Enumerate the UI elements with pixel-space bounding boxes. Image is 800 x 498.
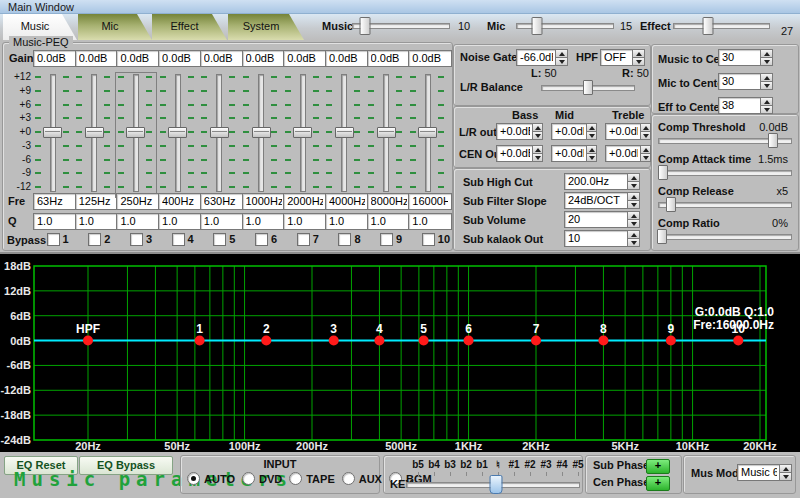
hpf-spinner[interactable]	[632, 49, 645, 66]
eq-band-10-bypass-checkbox[interactable]	[422, 233, 435, 246]
input-option-tape[interactable]: TAPE	[289, 472, 335, 485]
eq-band-7-bypass-checkbox[interactable]	[297, 233, 310, 246]
hpf-input[interactable]	[600, 49, 634, 66]
eq-band-1-bypass-checkbox[interactable]	[47, 233, 60, 246]
cen-out-bass-spinner[interactable]	[532, 145, 543, 162]
lr-balance-thumb[interactable]	[583, 80, 593, 95]
eq-band-5-freq-input[interactable]	[200, 193, 244, 210]
mic-to-center-input[interactable]	[718, 73, 762, 90]
mic-volume-thumb[interactable]	[532, 17, 543, 35]
radio-icon[interactable]	[242, 472, 255, 485]
eq-band-10-gain-input[interactable]	[408, 50, 452, 67]
eq-band-8-gain-input[interactable]	[325, 50, 369, 67]
eq-band-1-thumb[interactable]	[43, 127, 62, 138]
cen-out-mid-input[interactable]	[551, 145, 588, 162]
eq-band-6-bypass-checkbox[interactable]	[255, 233, 268, 246]
comp-release-thumb[interactable]	[666, 197, 676, 212]
eq-band-6-q-input[interactable]	[242, 213, 286, 230]
eq-band-1-q-input[interactable]	[33, 213, 77, 230]
comp-ratio-slider[interactable]	[658, 234, 792, 240]
eq-band-9-gain-input[interactable]	[367, 50, 411, 67]
eq-band-10-freq-input[interactable]	[408, 193, 452, 210]
radio-icon[interactable]	[342, 472, 355, 485]
sub-high-cut-spinner[interactable]	[627, 173, 640, 190]
lr-out-bass-input[interactable]	[496, 123, 534, 140]
eq-band-8-bypass-checkbox[interactable]	[338, 233, 351, 246]
cen-phase-button[interactable]: +	[646, 476, 670, 491]
eq-band-4-bypass-checkbox[interactable]	[172, 233, 185, 246]
radio-icon[interactable]	[187, 472, 200, 485]
music-to-center-spinner[interactable]	[760, 49, 773, 66]
eq-band-3-freq-input[interactable]	[116, 193, 160, 210]
eq-band-7-gain-input[interactable]	[283, 50, 327, 67]
eq-band-7-q-input[interactable]	[283, 213, 327, 230]
eq-band-3-gain-input[interactable]	[116, 50, 160, 67]
mic-to-center-spinner[interactable]	[760, 73, 773, 90]
lr-out-mid-spinner[interactable]	[586, 123, 597, 140]
lr-out-bass-spinner[interactable]	[532, 123, 543, 140]
music-to-center-input[interactable]	[718, 49, 762, 66]
sub-volume-spinner[interactable]	[627, 211, 640, 228]
eq-band-2-thumb[interactable]	[85, 127, 104, 138]
eq-band-10-thumb[interactable]	[418, 127, 437, 138]
eq-band-2-bypass-checkbox[interactable]	[88, 233, 101, 246]
eq-band-2-q-input[interactable]	[75, 213, 119, 230]
comp-release-slider[interactable]	[658, 202, 792, 208]
eq-band-5-bypass-checkbox[interactable]	[213, 233, 226, 246]
eq-band-4-gain-input[interactable]	[158, 50, 202, 67]
comp-threshold-thumb[interactable]	[768, 133, 778, 148]
tab-mic[interactable]: Mic	[78, 14, 152, 40]
eq-band-2-freq-input[interactable]	[75, 193, 119, 210]
cen-out-treble-spinner[interactable]	[640, 145, 651, 162]
eq-band-1-gain-input[interactable]	[33, 50, 77, 67]
eq-band-8-q-input[interactable]	[325, 213, 369, 230]
eq-band-9-freq-input[interactable]	[367, 193, 411, 210]
eq-band-6-freq-input[interactable]	[242, 193, 286, 210]
eq-band-8-freq-input[interactable]	[325, 193, 369, 210]
radio-icon[interactable]	[289, 472, 302, 485]
cen-out-treble-input[interactable]	[605, 145, 642, 162]
input-option-auto[interactable]: AUTO	[187, 472, 235, 485]
input-option-dvd[interactable]: DVD	[242, 472, 282, 485]
music-volume-slider[interactable]	[352, 23, 450, 29]
eq-band-4-thumb[interactable]	[168, 127, 187, 138]
key-thumb[interactable]	[490, 475, 503, 494]
eq-band-9-bypass-checkbox[interactable]	[380, 233, 393, 246]
effect-volume-thumb[interactable]	[703, 17, 714, 35]
eq-band-5-q-input[interactable]	[200, 213, 244, 230]
eq-band-5-gain-input[interactable]	[200, 50, 244, 67]
eq-band-3-thumb[interactable]	[126, 127, 145, 138]
lr-out-mid-input[interactable]	[551, 123, 588, 140]
eq-band-2-gain-input[interactable]	[75, 50, 119, 67]
tab-system[interactable]: System	[228, 14, 304, 40]
eq-band-8-thumb[interactable]	[335, 127, 354, 138]
eq-band-7-freq-input[interactable]	[283, 193, 327, 210]
sub-filter-slope-spinner[interactable]	[627, 192, 640, 209]
cen-out-mid-spinner[interactable]	[586, 145, 597, 162]
eq-band-10-q-input[interactable]	[408, 213, 452, 230]
comp-attack-slider[interactable]	[658, 170, 792, 176]
eq-band-5-thumb[interactable]	[210, 127, 229, 138]
eq-band-4-q-input[interactable]	[158, 213, 202, 230]
eff-to-center-input[interactable]	[718, 97, 762, 114]
eq-band-6-thumb[interactable]	[252, 127, 271, 138]
sub-kalaok-out-spinner[interactable]	[627, 230, 640, 247]
comp-threshold-slider[interactable]	[658, 138, 792, 144]
eq-band-3-q-input[interactable]	[116, 213, 160, 230]
comp-ratio-thumb[interactable]	[657, 229, 667, 244]
music-volume-thumb[interactable]	[360, 17, 371, 35]
sub-volume-input[interactable]	[564, 211, 629, 228]
effect-volume-slider[interactable]	[673, 23, 770, 29]
comp-attack-thumb[interactable]	[658, 165, 668, 180]
eq-band-3-bypass-checkbox[interactable]	[130, 233, 143, 246]
eq-band-4-freq-input[interactable]	[158, 193, 202, 210]
sub-kalaok-out-input[interactable]	[564, 230, 629, 247]
eff-to-center-spinner[interactable]	[760, 97, 773, 114]
input-option-aux[interactable]: AUX	[342, 472, 382, 485]
lr-out-treble-spinner[interactable]	[640, 123, 651, 140]
cen-out-bass-input[interactable]	[496, 145, 534, 162]
eq-band-9-q-input[interactable]	[367, 213, 411, 230]
lr-out-treble-input[interactable]	[605, 123, 642, 140]
lr-balance-slider[interactable]	[541, 85, 635, 91]
tab-effect[interactable]: Effect	[152, 14, 227, 40]
